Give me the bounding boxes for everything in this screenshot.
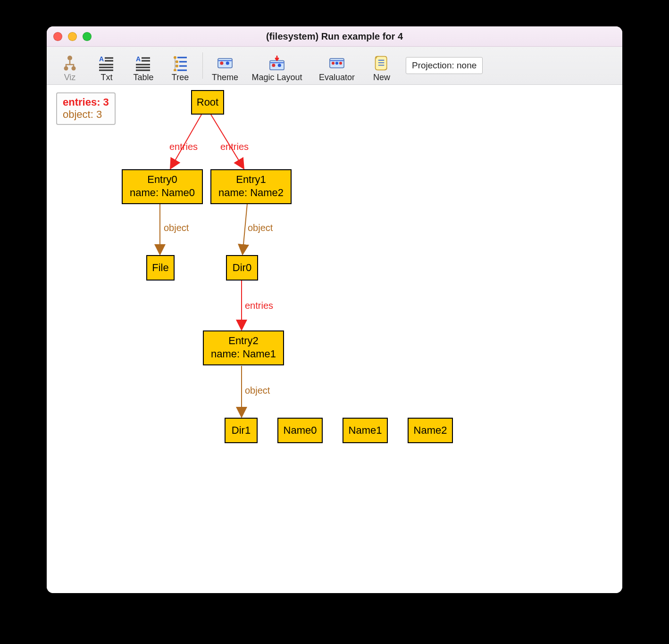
txt-label: Txt <box>101 73 113 83</box>
new-button[interactable]: New <box>363 48 400 83</box>
svg-point-21 <box>174 69 176 71</box>
svg-text:Dir1: Dir1 <box>232 424 251 436</box>
svg-point-19 <box>176 65 178 67</box>
svg-line-43 <box>243 204 247 255</box>
tree-list-icon <box>173 55 188 71</box>
graph-svg: entries entries object object entries ob… <box>47 85 622 593</box>
new-label: New <box>373 73 390 83</box>
theme-button[interactable]: Theme <box>207 48 243 83</box>
tree-label: Tree <box>172 73 189 83</box>
svg-text:Entry2: Entry2 <box>228 335 259 347</box>
svg-text:name: Name0: name: Name0 <box>130 187 195 198</box>
viz-label: Viz <box>64 73 76 83</box>
svg-point-34 <box>335 62 338 65</box>
titlebar: (filesystem) Run example for 4 <box>47 26 622 47</box>
svg-text:Root: Root <box>197 96 218 108</box>
svg-point-25 <box>226 61 229 65</box>
svg-point-1 <box>64 66 68 71</box>
svg-point-33 <box>332 62 334 65</box>
svg-point-15 <box>174 56 176 59</box>
projection-indicator[interactable]: Projection: none <box>406 57 483 74</box>
hierarchy-icon <box>62 55 77 71</box>
evaluator-label: Evaluator <box>319 73 355 83</box>
node-file[interactable]: File <box>147 256 174 280</box>
text-lines-icon: A <box>99 55 114 71</box>
edge-label-entries: entries <box>169 141 198 152</box>
window-title: (filesystem) Run example for 4 <box>47 31 622 42</box>
node-dir1[interactable]: Dir1 <box>225 418 257 443</box>
minimize-icon[interactable] <box>68 32 77 41</box>
evaluator-button[interactable]: Evaluator <box>310 48 363 83</box>
table-label: Table <box>133 73 153 83</box>
svg-text:name: Name2: name: Name2 <box>218 187 284 198</box>
theme-label: Theme <box>212 73 238 83</box>
viz-button[interactable]: Viz <box>51 48 88 83</box>
tree-button[interactable]: Tree <box>162 48 199 83</box>
svg-text:Dir0: Dir0 <box>233 262 251 273</box>
node-name0[interactable]: Name0 <box>278 418 322 443</box>
edge-label-object: object <box>245 385 270 396</box>
evaluator-icon <box>329 55 344 71</box>
node-entry0[interactable]: Entry0 name: Name0 <box>122 170 202 204</box>
diagram-canvas[interactable]: entries: 3 object: 3 entries entries <box>47 85 622 593</box>
node-entry2[interactable]: Entry2 name: Name1 <box>203 331 284 365</box>
svg-point-24 <box>220 61 223 65</box>
magic-layout-icon <box>269 55 284 71</box>
svg-text:A: A <box>136 55 141 63</box>
svg-point-29 <box>278 64 281 67</box>
magic-layout-label: Magic Layout <box>251 73 302 83</box>
app-window: (filesystem) Run example for 4 Viz A <box>47 26 622 593</box>
node-name2[interactable]: Name2 <box>408 418 452 443</box>
separator <box>202 52 203 79</box>
table-button[interactable]: A Table <box>125 48 162 83</box>
svg-point-0 <box>67 56 72 60</box>
svg-point-17 <box>176 60 178 63</box>
edge-label-entries: entries <box>220 141 249 152</box>
zoom-icon[interactable] <box>83 32 92 41</box>
table-icon: A <box>136 55 151 71</box>
edge-label-object: object <box>164 223 189 233</box>
svg-text:Name0: Name0 <box>284 424 317 436</box>
svg-text:name: Name1: name: Name1 <box>211 348 276 360</box>
edge-label-object: object <box>248 223 273 233</box>
svg-point-28 <box>272 64 275 67</box>
theme-icon <box>217 55 233 71</box>
node-entry1[interactable]: Entry1 name: Name2 <box>211 170 291 204</box>
svg-text:A: A <box>99 55 104 63</box>
svg-text:Name2: Name2 <box>414 424 447 436</box>
edge-label-entries: entries <box>245 300 273 311</box>
toolbar: Viz A Txt A <box>47 47 622 85</box>
txt-button[interactable]: A Txt <box>88 48 125 83</box>
svg-text:Name1: Name1 <box>349 424 382 436</box>
svg-point-2 <box>72 66 76 71</box>
svg-text:Entry0: Entry0 <box>147 173 177 185</box>
svg-text:Entry1: Entry1 <box>236 173 266 185</box>
node-dir0[interactable]: Dir0 <box>226 256 258 280</box>
scroll-icon <box>374 55 389 71</box>
svg-text:File: File <box>152 262 168 273</box>
node-name1[interactable]: Name1 <box>343 418 387 443</box>
close-icon[interactable] <box>53 32 62 41</box>
node-root[interactable]: Root <box>192 91 224 114</box>
magic-layout-button[interactable]: Magic Layout <box>243 48 310 83</box>
svg-point-35 <box>339 62 342 65</box>
